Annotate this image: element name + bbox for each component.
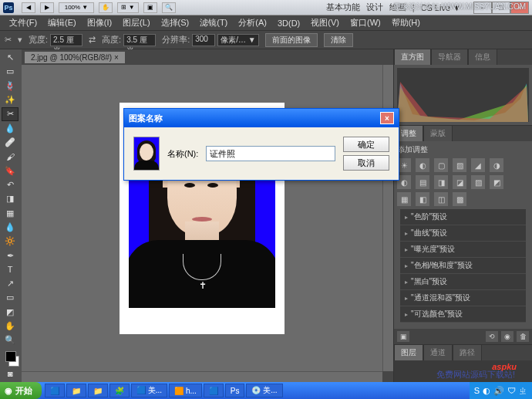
start-button[interactable]: ◉开始: [0, 382, 42, 399]
adjust-clip-icon[interactable]: ▣: [397, 331, 409, 342]
preset-levels[interactable]: "色阶"预设: [400, 209, 526, 225]
adj-gradient-map-icon[interactable]: ▦: [397, 192, 411, 206]
preset-channel-mixer[interactable]: "通道混和器"预设: [400, 290, 526, 306]
search-icon[interactable]: 🔍: [162, 2, 176, 13]
dialog-ok-button[interactable]: 确定: [343, 137, 389, 152]
lasso-tool[interactable]: 🪢: [2, 79, 19, 93]
adj-threshold-icon[interactable]: ◩: [490, 175, 503, 189]
adj-posterize-icon[interactable]: ▨: [471, 175, 485, 189]
hand-icon[interactable]: ✋: [99, 2, 113, 13]
menu-analysis[interactable]: 分析(A): [234, 15, 271, 30]
adj-photo-filter-icon[interactable]: ▤: [416, 175, 429, 189]
menu-file[interactable]: 文件(F): [5, 15, 42, 30]
hand-tool[interactable]: ✋: [2, 320, 19, 333]
nav-back-button[interactable]: ◀: [22, 2, 35, 13]
pen-tool[interactable]: ✒: [2, 249, 19, 262]
task-item[interactable]: 🟧 h...: [169, 384, 202, 397]
zoom-select[interactable]: 100% ▼: [59, 2, 94, 13]
gradient-tool[interactable]: ▦: [2, 206, 19, 219]
task-item[interactable]: 🟦 美...: [131, 384, 167, 397]
menu-help[interactable]: 帮助(H): [387, 15, 425, 30]
adj-levels-icon[interactable]: ◐: [416, 158, 429, 172]
nav-fwd-button[interactable]: ▶: [40, 2, 54, 13]
task-item[interactable]: 📁: [66, 384, 86, 397]
crop-tool[interactable]: ✂: [2, 107, 19, 120]
adj-hue-icon[interactable]: ◑: [490, 158, 503, 172]
menu-select[interactable]: 选择(S): [157, 15, 194, 30]
system-tray[interactable]: S ◐ 🔊 🛡 ㄓ: [470, 382, 532, 399]
adj-curves-icon[interactable]: ▢: [434, 158, 448, 172]
adj-color-lookup-icon[interactable]: ◫: [434, 192, 448, 206]
task-item[interactable]: Ps: [225, 384, 245, 397]
adj-misc-icon[interactable]: ▩: [453, 192, 466, 206]
task-item[interactable]: 💿 美...: [246, 384, 282, 397]
history-brush-tool[interactable]: ↶: [2, 178, 19, 191]
menu-window[interactable]: 窗口(W): [345, 15, 386, 30]
menu-image[interactable]: 图像(I): [82, 15, 116, 30]
front-image-button[interactable]: 前面的图像: [265, 33, 318, 47]
document-tab[interactable]: 2.jpg @ 100%(RGB/8#) ×: [25, 52, 125, 63]
zoom-tool[interactable]: 🔍: [2, 333, 19, 347]
adj-invert-icon[interactable]: ◪: [453, 175, 466, 189]
task-item[interactable]: 🟦: [204, 384, 224, 397]
brush-tool[interactable]: 🖌: [2, 150, 19, 163]
clear-button[interactable]: 清除: [324, 33, 353, 47]
adjust-reset-icon[interactable]: ⟲: [486, 331, 498, 342]
heal-tool[interactable]: 🩹: [2, 136, 19, 149]
preset-curves[interactable]: "曲线"预设: [400, 225, 526, 242]
blur-tool[interactable]: 💧: [2, 221, 19, 234]
tab-histogram[interactable]: 直方图: [394, 49, 431, 65]
preset-exposure[interactable]: "曝光度"预设: [400, 242, 526, 258]
3d-tool[interactable]: ◩: [2, 306, 19, 319]
eraser-tool[interactable]: ◨: [2, 192, 19, 205]
shape-tool[interactable]: ▭: [2, 291, 19, 304]
adj-exposure-icon[interactable]: ▧: [453, 158, 466, 172]
path-tool[interactable]: ↗: [2, 277, 19, 290]
swap-button[interactable]: ⇄: [89, 35, 96, 45]
preset-selective-color[interactable]: "可选颜色"预设: [400, 306, 526, 323]
workspace-design[interactable]: 设计: [366, 2, 383, 13]
res-input[interactable]: 300: [192, 34, 215, 46]
tab-masks[interactable]: 蒙版: [423, 125, 453, 141]
menu-filter[interactable]: 滤镜(T): [195, 15, 232, 30]
height-input[interactable]: 3.5 厘米: [123, 34, 156, 46]
task-item[interactable]: 🧩: [109, 384, 130, 397]
task-item[interactable]: 📁: [88, 384, 108, 397]
wand-tool[interactable]: ✨: [2, 93, 19, 107]
adj-vibrance-icon[interactable]: ◢: [471, 158, 485, 172]
workspace-essentials[interactable]: 基本功能: [326, 2, 360, 13]
quickmask-tool[interactable]: ◙: [2, 367, 19, 380]
task-item[interactable]: 🟦: [45, 384, 65, 397]
adj-channel-mixer-icon[interactable]: ◨: [434, 175, 448, 189]
screen-mode-button[interactable]: ▣: [143, 2, 157, 13]
move-tool[interactable]: ↖: [2, 51, 19, 64]
marquee-tool[interactable]: ▭: [2, 65, 19, 78]
stamp-tool[interactable]: 🔖: [2, 164, 19, 178]
eyedropper-tool[interactable]: 💧: [2, 122, 19, 135]
menu-edit[interactable]: 编辑(E): [43, 15, 81, 30]
tab-info[interactable]: 信息: [468, 49, 497, 65]
menu-3d[interactable]: 3D(D): [273, 17, 305, 29]
aspku-sub: 免费网站源码下载站!: [436, 369, 515, 380]
tab-navigator[interactable]: 导航器: [431, 49, 468, 65]
dodge-tool[interactable]: 🔆: [2, 235, 19, 248]
preset-hue[interactable]: "色相/饱和度"预设: [400, 258, 526, 274]
type-tool[interactable]: T: [2, 263, 19, 276]
tab-layers[interactable]: 图层: [394, 344, 423, 360]
adjust-del-icon[interactable]: 🗑: [517, 331, 529, 342]
arrange-select[interactable]: ⊞ ▼: [117, 2, 139, 13]
res-unit-select[interactable]: 像素/… ▼: [217, 34, 259, 46]
dialog-close-button[interactable]: ×: [380, 112, 394, 124]
adj-selective-color-icon[interactable]: ◧: [416, 192, 429, 206]
tab-paths[interactable]: 路径: [453, 344, 482, 360]
color-swatch[interactable]: [2, 351, 20, 367]
menu-layer[interactable]: 图层(L): [118, 15, 154, 30]
horizontal-scrollbar[interactable]: [22, 371, 382, 382]
dialog-name-input[interactable]: [206, 146, 335, 161]
adjust-view-icon[interactable]: ◉: [501, 331, 513, 342]
width-input[interactable]: 2.5 厘米: [50, 34, 82, 46]
dialog-cancel-button[interactable]: 取消: [343, 155, 389, 171]
menu-view[interactable]: 视图(V): [306, 15, 344, 30]
tab-channels[interactable]: 通道: [423, 344, 453, 360]
preset-bw[interactable]: "黑白"预设: [400, 274, 526, 290]
